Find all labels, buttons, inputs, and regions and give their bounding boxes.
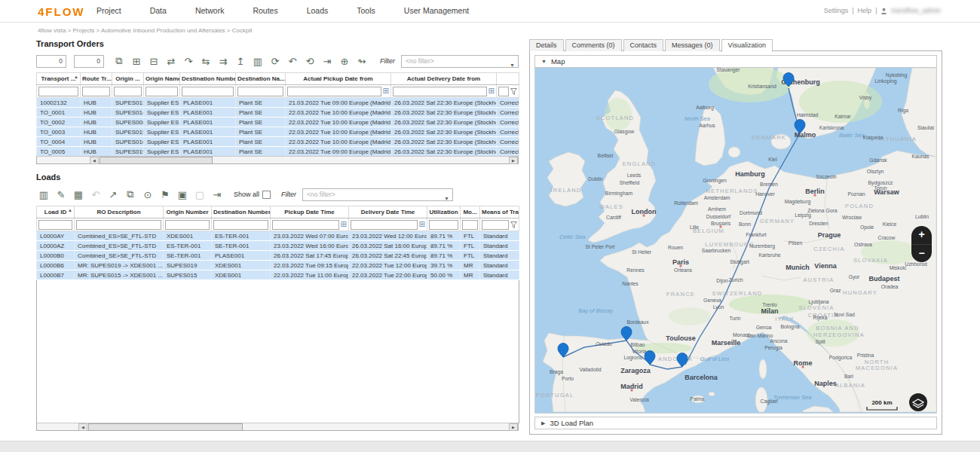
- column-filter-input[interactable]: [182, 87, 234, 96]
- column-header[interactable]: Pickup Date Time: [271, 206, 349, 218]
- merge-orders-icon[interactable]: ⇆: [198, 54, 213, 69]
- column-filter-input[interactable]: [165, 220, 210, 230]
- edit-load-icon[interactable]: ✎: [54, 188, 69, 202]
- column-header[interactable]: Origin ...: [112, 73, 144, 85]
- column-filter-input[interactable]: [76, 220, 161, 230]
- nav-item-project[interactable]: Project: [96, 6, 121, 15]
- reload-plan-icon[interactable]: ⟲: [302, 54, 317, 69]
- tab-details[interactable]: Details: [529, 39, 564, 51]
- column-header[interactable]: Route Tr...: [81, 73, 112, 85]
- export-icon[interactable]: ⇥: [210, 188, 225, 202]
- scroll-left-button[interactable]: ◀: [78, 423, 87, 431]
- transport-orders-filter-select[interactable]: <no filter>▼: [401, 55, 519, 68]
- column-filter-input[interactable]: [462, 220, 478, 230]
- window-collapse-icon[interactable]: ⊟: [146, 54, 161, 69]
- table-row[interactable]: L0000AYCombined_ES>SE_FTL-STDXDES001ES-T…: [37, 231, 519, 241]
- breadcrumb[interactable]: 4flow vista > Projects > Automotive Inbo…: [38, 27, 252, 34]
- milestone-icon[interactable]: ⚑: [158, 188, 173, 202]
- column-header[interactable]: Destination Na...: [236, 73, 286, 85]
- column-header[interactable]: Destination Number: [212, 206, 271, 218]
- column-header[interactable]: RO Description: [75, 206, 164, 218]
- column-filter-input[interactable]: [237, 87, 283, 96]
- scroll-left-button[interactable]: ◀: [90, 157, 99, 164]
- tab-comments-0[interactable]: Comments (0): [565, 39, 622, 51]
- calendar-icon[interactable]: ⊞: [488, 87, 495, 95]
- table-row[interactable]: L0000B0Combined_SE>SE_FTL-STDSE-TER-001P…: [37, 251, 519, 261]
- column-header[interactable]: Origin Number: [164, 206, 212, 218]
- swap-route-icon[interactable]: ⇄: [164, 54, 179, 69]
- map-layers-button[interactable]: [909, 393, 927, 411]
- scroll-thumb[interactable]: [88, 423, 243, 431]
- loads-filter-select[interactable]: <no filter>▼: [302, 188, 453, 201]
- help-link[interactable]: Help: [858, 7, 872, 14]
- load-chart-icon[interactable]: ▥: [36, 188, 51, 202]
- analysis-chart-icon[interactable]: ▥: [250, 54, 265, 69]
- show-all-checkbox[interactable]: [262, 191, 271, 199]
- calendar-icon[interactable]: ⊞: [419, 221, 425, 228]
- column-filter-input[interactable]: [114, 87, 142, 96]
- calendar-icon[interactable]: ⊞: [341, 221, 347, 228]
- tab-visualization[interactable]: Visualization: [721, 39, 773, 52]
- column-header[interactable]: Actual Pickup Date from: [286, 73, 391, 85]
- split-orders-icon[interactable]: ⇉: [216, 54, 231, 69]
- filter-funnel-icon[interactable]: [510, 221, 517, 228]
- zoom-out-button[interactable]: −: [911, 244, 932, 262]
- load-plan-accordion-header[interactable]: ▶ 3D Load Plan: [534, 417, 937, 429]
- map-accordion-header[interactable]: ▼ Map: [534, 55, 937, 68]
- table-row[interactable]: TO_0004HUBSUPES016Supplier ESPLASE001Pla…: [37, 137, 519, 147]
- column-filter-input[interactable]: [393, 87, 487, 96]
- globe-icon[interactable]: ⊕: [337, 54, 352, 69]
- table-row[interactable]: L0000B6MR: SUPES019 -> XDES001 ...SUPES0…: [37, 261, 519, 270]
- schedule-calendar-icon[interactable]: ⊞: [129, 54, 144, 69]
- column-filter-input[interactable]: [498, 87, 509, 96]
- column-filter-input[interactable]: [38, 87, 78, 96]
- optimize-icon[interactable]: ↬: [354, 54, 369, 69]
- table-row[interactable]: TO_0001HUBSUPES014Supplier ESPLASE001Pla…: [37, 108, 519, 118]
- column-filter-input[interactable]: [38, 220, 72, 230]
- column-filter-input[interactable]: [272, 220, 339, 230]
- tab-contacts[interactable]: Contacts: [623, 39, 664, 51]
- 4flow-logo[interactable]: 4FLOW: [38, 5, 85, 17]
- nav-item-loads[interactable]: Loads: [307, 6, 329, 15]
- column-header[interactable]: Delivery Date Time: [349, 206, 427, 218]
- column-header[interactable]: Destination Number: [180, 73, 236, 85]
- column-filter-input[interactable]: [482, 220, 509, 230]
- horizontal-scrollbar[interactable]: ◀▶: [36, 423, 519, 431]
- export-window-icon[interactable]: ⇥: [320, 54, 335, 69]
- cost-icon[interactable]: ⊙: [140, 188, 155, 202]
- send-load-icon[interactable]: ↗: [106, 188, 121, 202]
- counter-field-2[interactable]: [74, 55, 104, 68]
- nav-item-network[interactable]: Network: [195, 6, 225, 15]
- scroll-right-button[interactable]: ▶: [509, 157, 518, 164]
- load-stats-icon[interactable]: ▦: [71, 188, 86, 202]
- column-header[interactable]: Transport ...▲: [37, 73, 81, 85]
- column-header[interactable]: [497, 73, 519, 85]
- column-header[interactable]: Mo...: [461, 206, 480, 218]
- column-filter-input[interactable]: [145, 87, 178, 96]
- nav-item-user-management[interactable]: User Management: [404, 6, 469, 15]
- swap-window-icon[interactable]: ⧉: [123, 188, 138, 202]
- scroll-thumb[interactable]: [100, 157, 213, 164]
- undo-icon[interactable]: ↶: [285, 54, 300, 69]
- zoom-in-button[interactable]: +: [911, 226, 932, 244]
- filter-funnel-icon[interactable]: [510, 88, 517, 95]
- column-filter-input[interactable]: [429, 220, 458, 230]
- table-row[interactable]: TO_0002HUBSUPES008Supplier ESPLASE001Pla…: [37, 118, 519, 127]
- reassign-icon[interactable]: ↷: [181, 54, 196, 69]
- column-header[interactable]: Utilization: [427, 206, 461, 218]
- table-row[interactable]: TO_0003HUBSUPES015Supplier ESPLASE001Pla…: [37, 127, 519, 137]
- table-row[interactable]: TO_0005HUBSUPES019Supplier ESPLASE001Pla…: [37, 147, 519, 157]
- copy-window-icon[interactable]: ⧉: [112, 54, 127, 69]
- settings-link[interactable]: Settings: [824, 7, 849, 14]
- column-filter-input[interactable]: [351, 220, 418, 230]
- user-name[interactable]: transflow_admin: [891, 7, 941, 14]
- table-row[interactable]: 10002132HUBSUPES013Supplier ESPLASE001Pl…: [37, 98, 519, 108]
- column-header[interactable]: Origin Name: [144, 73, 180, 85]
- scroll-right-button[interactable]: ▶: [509, 423, 518, 431]
- counter-field-1[interactable]: [36, 55, 66, 68]
- promote-icon[interactable]: ↥: [233, 54, 248, 69]
- report-window-icon[interactable]: ▣: [175, 188, 190, 202]
- refresh-window-icon[interactable]: ⟳: [268, 54, 283, 69]
- calendar-icon[interactable]: ⊞: [383, 87, 389, 95]
- map-canvas[interactable]: SCOTLANDENGLANDWALESIRELANDNETHERLANDSBE…: [534, 68, 937, 414]
